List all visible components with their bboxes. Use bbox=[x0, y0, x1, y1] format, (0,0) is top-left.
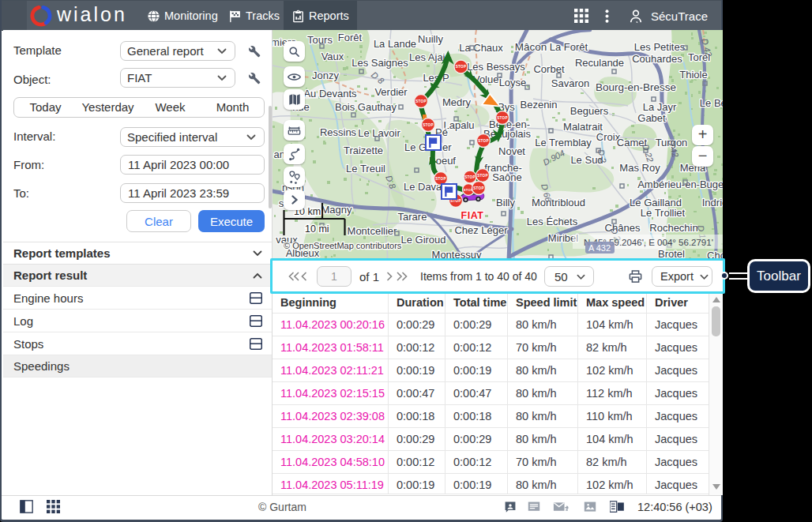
svg-text:La Jayr: La Jayr bbox=[643, 101, 677, 113]
svg-text:Loyse: Loyse bbox=[499, 77, 527, 88]
svg-text:Magny: Magny bbox=[321, 204, 352, 216]
svg-text:Gabet: Gabet bbox=[637, 112, 666, 124]
svg-text:Indrie: Indrie bbox=[702, 197, 723, 208]
svg-text:STOP: STOP bbox=[473, 186, 484, 190]
svg-text:Le Ber: Le Ber bbox=[700, 97, 723, 109]
svg-text:Ressins: Ressins bbox=[320, 126, 357, 138]
svg-text:Les Échets: Les Échets bbox=[527, 216, 578, 227]
svg-text:Le Tremblay: Le Tremblay bbox=[535, 137, 592, 148]
svg-text:Chez Léger: Chez Léger bbox=[454, 224, 508, 236]
svg-text:Lapalu: Lapalu bbox=[443, 119, 474, 131]
svg-text:Ambérieu-en-Bugey: Ambérieu-en-Bugey bbox=[637, 178, 723, 190]
svg-text:STOP: STOP bbox=[423, 123, 434, 127]
svg-text:Couhardes: Couhardes bbox=[632, 53, 682, 65]
svg-text:© OpenStreetMap contributors: © OpenStreetMap contributors bbox=[284, 241, 402, 250]
svg-text:STOP: STOP bbox=[435, 177, 446, 181]
svg-text:STOP: STOP bbox=[456, 65, 467, 69]
svg-text:Jonzy: Jonzy bbox=[312, 69, 339, 81]
svg-text:La Lande: La Lande bbox=[374, 38, 416, 50]
svg-text:STOP: STOP bbox=[478, 139, 489, 143]
svg-text:Les Bessays: Les Bessays bbox=[467, 61, 525, 73]
svg-text:Le Treuil: Le Treuil bbox=[346, 163, 385, 175]
svg-text:Novet: Novet bbox=[498, 145, 525, 157]
svg-text:Reculande: Reculande bbox=[575, 57, 624, 69]
svg-text:STOP: STOP bbox=[477, 174, 488, 178]
svg-text:10 mi: 10 mi bbox=[305, 223, 329, 235]
svg-text:STOP: STOP bbox=[415, 100, 427, 103]
svg-text:Mâcon: Mâcon bbox=[515, 41, 547, 53]
svg-text:Saône: Saône bbox=[492, 171, 522, 183]
svg-text:Vaux: Vaux bbox=[321, 51, 344, 62]
svg-text:Bourg-en-Bresse: Bourg-en-Bresse bbox=[596, 81, 676, 93]
svg-text:Montribloud: Montribloud bbox=[532, 197, 585, 208]
svg-text:Traizette: Traizette bbox=[344, 145, 383, 156]
svg-text:STOP: STOP bbox=[497, 116, 508, 120]
svg-text:STOP: STOP bbox=[464, 175, 476, 179]
svg-text:Savaron: Savaron bbox=[551, 77, 589, 89]
svg-text:FIAT: FIAT bbox=[461, 210, 484, 221]
svg-text:La Forêt: La Forêt bbox=[550, 41, 588, 53]
svg-text:Tarare: Tarare bbox=[398, 211, 427, 223]
svg-text:Bois Gauthay: Bois Gauthay bbox=[335, 101, 397, 113]
svg-text:Montcellier: Montcellier bbox=[348, 225, 398, 237]
svg-text:Bezenin: Bezenin bbox=[521, 99, 558, 111]
svg-text:A 432: A 432 bbox=[588, 243, 611, 253]
svg-text:Le Giroud: Le Giroud bbox=[400, 234, 445, 246]
svg-text:Rochechin: Rochechin bbox=[649, 222, 697, 234]
svg-text:Le Trolliet: Le Trolliet bbox=[641, 207, 686, 219]
svg-text:Forêt: Forêt bbox=[338, 32, 363, 43]
svg-text:Thiole: Thiole bbox=[679, 69, 707, 81]
svg-text:Billy: Billy bbox=[496, 197, 515, 208]
svg-text:Au Devants: Au Devants bbox=[303, 88, 357, 100]
svg-text:Verdier: Verdier bbox=[374, 86, 408, 98]
svg-text:Le G: Le G bbox=[404, 141, 427, 153]
svg-text:Les Petites: Les Petites bbox=[634, 41, 686, 53]
svg-text:La Chaux: La Chaux bbox=[459, 42, 503, 54]
svg-text:Beguers: Beguers bbox=[570, 105, 609, 117]
svg-text:Les Saignes: Les Saignes bbox=[351, 57, 408, 69]
svg-text:Nuilly: Nuilly bbox=[418, 33, 443, 45]
svg-text:Mas Roy: Mas Roy bbox=[619, 162, 660, 174]
svg-text:Medry: Medry bbox=[442, 96, 472, 108]
